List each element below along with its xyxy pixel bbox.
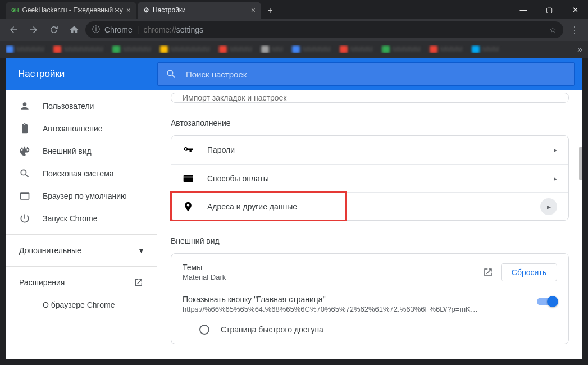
- bookmark-star-icon[interactable]: ☆: [549, 25, 557, 34]
- close-button[interactable]: ✕: [562, 1, 588, 19]
- bookmark-item[interactable]: MMMMMMM: [160, 45, 210, 53]
- sidebar-extensions[interactable]: Расширения: [6, 271, 157, 294]
- sidebar-item-power[interactable]: Запуск Chrome: [6, 207, 157, 230]
- settings-sidebar: ПользователиАвтозаполнениеВнешний видПои…: [6, 90, 157, 359]
- reset-theme-button[interactable]: Сбросить: [501, 263, 557, 281]
- home-button[interactable]: [65, 21, 83, 39]
- site-info-icon[interactable]: ⓘ: [92, 25, 100, 35]
- sidebar-advanced[interactable]: Дополнительные ▾: [6, 239, 157, 262]
- power-icon: [19, 213, 30, 224]
- settings-main: Импорт закладок и настроек Автозаполнени…: [157, 90, 582, 359]
- bookmark-item[interactable]: MMMM: [430, 45, 463, 53]
- autofill-row-pin[interactable]: Адреса и другие данные▸: [171, 192, 568, 220]
- browser-icon: [19, 190, 30, 202]
- sidebar-item-browser[interactable]: Браузер по умолчанию: [6, 185, 157, 207]
- tab-settings[interactable]: ⚙ Настройки ×: [138, 2, 261, 19]
- settings-title: Настройки: [6, 69, 157, 80]
- chevron-right-icon: ▸: [554, 146, 557, 154]
- close-icon[interactable]: ×: [251, 6, 256, 15]
- open-external-icon: [134, 278, 143, 287]
- reload-button[interactable]: [45, 21, 63, 39]
- homepage-toggle[interactable]: [537, 298, 557, 305]
- sidebar-item-clipboard[interactable]: Автозаполнение: [6, 117, 157, 140]
- maximize-button[interactable]: ▢: [536, 1, 562, 19]
- gear-icon: ⚙: [143, 6, 149, 14]
- new-tab-button[interactable]: +: [262, 3, 278, 19]
- bookmark-item[interactable]: MMMMM: [112, 45, 151, 53]
- card-icon: [183, 173, 194, 184]
- clipboard-icon: [19, 123, 30, 134]
- bookmarks-overflow-icon[interactable]: »: [577, 44, 582, 54]
- import-bookmarks-row[interactable]: Импорт закладок и настроек: [171, 93, 569, 103]
- bookmarks-bar: MMMMMMMMMMMMMMMMMMMMMMMMMMMMMMMMMMMMMMMM…: [0, 41, 588, 58]
- minimize-button[interactable]: —: [510, 1, 536, 19]
- sidebar-item-palette[interactable]: Внешний вид: [6, 140, 157, 162]
- search-icon: [19, 168, 30, 179]
- radio-icon: [199, 325, 209, 335]
- key-icon: [183, 144, 194, 156]
- browser-menu-button[interactable]: ⋮: [566, 21, 584, 39]
- address-bar[interactable]: ⓘ Chrome | chrome://settings ☆: [85, 21, 563, 38]
- bookmark-item[interactable]: MMMMM: [6, 45, 44, 53]
- section-autofill-title: Автозаполнение: [171, 118, 569, 127]
- open-external-icon[interactable]: [483, 267, 493, 277]
- sidebar-item-search[interactable]: Поисковая система: [6, 162, 157, 185]
- back-button[interactable]: [4, 21, 22, 39]
- bookmark-item[interactable]: MMMMM: [382, 45, 421, 53]
- bookmark-item[interactable]: MMMM: [219, 45, 252, 53]
- pin-icon: [183, 201, 194, 212]
- bookmark-item[interactable]: MM: [261, 45, 283, 53]
- favicon-gh: GH: [11, 7, 19, 13]
- bookmark-item[interactable]: MMM: [472, 45, 499, 53]
- tab-title-1: GeekHacker.ru - Ежедневный жу: [22, 6, 123, 14]
- homepage-url: https://%66%65%65%64.%68%65%6C%70%65%72%…: [183, 305, 480, 313]
- scrollbar[interactable]: [579, 147, 582, 180]
- theme-value: Material Dark: [183, 273, 483, 281]
- sidebar-item-person[interactable]: Пользователи: [6, 95, 157, 117]
- tab-title-2: Настройки: [153, 6, 186, 14]
- tab-geekhacker[interactable]: GH GeekHacker.ru - Ежедневный жу ×: [6, 2, 136, 19]
- url-text: chrome://settings: [143, 25, 203, 34]
- bookmark-item[interactable]: MMMMM: [292, 45, 331, 53]
- autofill-row-card[interactable]: Способы оплаты▸: [171, 164, 568, 192]
- close-icon[interactable]: ×: [126, 6, 131, 15]
- search-input[interactable]: [186, 70, 566, 79]
- bookmark-item[interactable]: MMMM: [340, 45, 373, 53]
- person-icon: [19, 101, 30, 112]
- bookmark-item[interactable]: MMMMMMM: [53, 45, 103, 53]
- forward-button[interactable]: [25, 21, 43, 39]
- chevron-right-icon: ▸: [554, 175, 557, 182]
- autofill-row-key[interactable]: Пароли▸: [171, 136, 568, 164]
- chrome-label: Chrome: [104, 25, 133, 34]
- palette-icon: [19, 145, 30, 157]
- search-icon: [166, 69, 177, 80]
- radio-quick-access[interactable]: Страница быстрого доступа: [183, 325, 557, 335]
- section-appearance-title: Внешний вид: [171, 236, 569, 245]
- sidebar-about[interactable]: О браузере Chrome: [6, 294, 157, 316]
- chevron-right-icon: ▸: [540, 198, 557, 215]
- search-settings[interactable]: [157, 62, 575, 86]
- homepage-toggle-label: Показывать кнопку "Главная страница": [183, 295, 480, 304]
- chevron-down-icon: ▾: [139, 246, 143, 255]
- theme-label: Темы: [183, 263, 483, 272]
